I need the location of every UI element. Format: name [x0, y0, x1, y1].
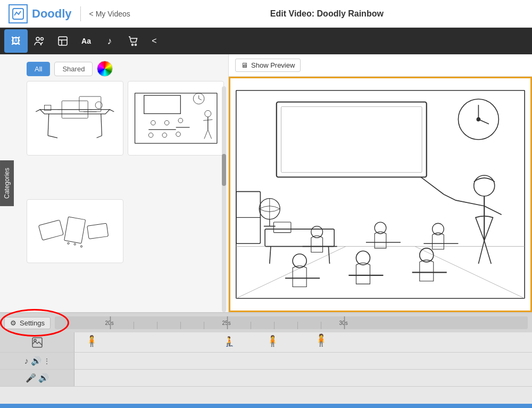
svg-line-71 — [421, 177, 444, 194]
timeline-tracks: 🧍 🧎 🧍 🧍 ♪ 🔊 ⋮ 🎤 🔊 — [0, 332, 532, 396]
microphone-icon: 🎤 — [26, 373, 36, 383]
volume-icon: 🔊 — [31, 356, 41, 366]
svg-rect-61 — [265, 229, 334, 247]
scroll-thumb[interactable] — [222, 154, 226, 186]
monitor-icon: 🖥 — [241, 61, 248, 69]
svg-line-69 — [478, 241, 484, 264]
svg-point-47 — [68, 242, 69, 244]
back-link[interactable]: < My Videos — [89, 10, 130, 18]
list-item[interactable] — [27, 199, 123, 263]
svg-line-11 — [101, 114, 102, 136]
track-music: ♪ 🔊 ⋮ — [0, 353, 532, 370]
track-music-label: ♪ 🔊 ⋮ — [0, 353, 74, 369]
svg-text:20s: 20s — [105, 320, 113, 326]
header: Doodly < My Videos Edit Video: Doodly Ra… — [0, 0, 532, 28]
svg-line-31 — [204, 129, 207, 138]
voice-volume-icon: 🔊 — [38, 373, 49, 383]
show-preview-btn[interactable]: 🖥 Show Preview — [235, 59, 301, 72]
svg-line-68 — [484, 206, 502, 215]
svg-rect-24 — [144, 95, 180, 113]
timeline-header: → ⚙ Settings 20s 25s 30s — [0, 313, 532, 332]
bottom-bar — [0, 404, 532, 408]
logo-area: Doodly — [9, 4, 72, 23]
preview-toolbar: 🖥 Show Preview — [229, 54, 532, 77]
svg-line-10 — [48, 114, 49, 136]
left-panel: Categories All Shared — [0, 54, 229, 312]
list-item[interactable] — [27, 81, 123, 156]
logo-icon — [9, 4, 28, 23]
svg-point-35 — [178, 118, 183, 123]
svg-point-1 — [36, 37, 39, 40]
toolbar-collapse-btn[interactable]: < — [147, 29, 162, 53]
svg-text:25s: 25s — [222, 320, 230, 326]
svg-rect-64 — [273, 222, 291, 233]
header-divider — [80, 6, 81, 21]
track-images-label — [0, 332, 74, 352]
toolbar-text-btn[interactable]: Aa — [74, 29, 98, 53]
track-voice-content[interactable] — [74, 370, 532, 386]
categories-tab[interactable]: Categories — [0, 160, 14, 206]
svg-point-40 — [162, 133, 167, 137]
timeline-figure: 🧎 — [223, 336, 235, 347]
svg-line-32 — [207, 129, 211, 138]
svg-point-34 — [164, 120, 169, 125]
svg-point-45 — [74, 243, 76, 245]
svg-point-65 — [474, 175, 495, 196]
svg-rect-42 — [38, 220, 63, 240]
svg-rect-55 — [277, 102, 427, 177]
timeline-ruler[interactable]: 20s 25s 30s — [55, 316, 528, 329]
logo-text: Doodly — [32, 7, 72, 21]
canvas-area[interactable] — [229, 77, 532, 312]
image-grid — [0, 81, 228, 307]
track-images: 🧍 🧎 🧍 🧍 — [0, 332, 532, 353]
track-images-content[interactable]: 🧍 🧎 🧍 🧍 — [74, 332, 532, 352]
page-title: Edit Video: Doodly Rainbow — [130, 9, 523, 19]
svg-line-63 — [328, 247, 329, 264]
scroll-bar[interactable] — [222, 86, 226, 312]
list-item[interactable] — [128, 81, 225, 156]
svg-line-67 — [444, 194, 455, 200]
toolbar-props-btn[interactable] — [51, 29, 74, 53]
timeline-figure: 🧍 — [266, 334, 279, 347]
svg-line-9 — [110, 110, 114, 112]
settings-button[interactable]: ⚙ Settings — [4, 317, 51, 329]
timeline-area: → ⚙ Settings 20s 25s 30s — [0, 312, 532, 408]
svg-point-41 — [176, 132, 180, 137]
toolbar-music-btn[interactable]: ♪ — [98, 29, 121, 53]
svg-line-27 — [198, 99, 201, 100]
svg-point-28 — [204, 110, 211, 117]
svg-point-39 — [148, 133, 153, 137]
svg-rect-44 — [87, 223, 109, 239]
svg-point-2 — [41, 38, 44, 40]
svg-point-19 — [95, 102, 102, 109]
toolbar-ecommerce-btn[interactable] — [121, 29, 145, 53]
svg-line-62 — [270, 247, 271, 264]
music-options-btn[interactable]: ⋮ — [44, 357, 50, 365]
track-voice: 🎤 🔊 — [0, 370, 532, 387]
filter-shared-btn[interactable]: Shared — [54, 62, 93, 76]
svg-point-46 — [80, 246, 82, 247]
svg-line-60 — [478, 119, 489, 124]
svg-text:30s: 30s — [339, 320, 347, 326]
track-music-content[interactable] — [74, 353, 532, 369]
timeline-figure: 🧍 — [314, 333, 328, 347]
svg-point-6 — [132, 44, 134, 46]
preview-area: 🖥 Show Preview — [229, 54, 532, 312]
svg-line-12 — [48, 136, 57, 138]
svg-point-7 — [135, 44, 137, 46]
color-picker-btn[interactable] — [97, 61, 113, 77]
toolbar-characters-btn[interactable] — [28, 29, 51, 53]
track-voice-label: 🎤 🔊 — [0, 370, 74, 386]
music-note-icon: ♪ — [24, 356, 29, 366]
toolbar: 🖼 Aa ♪ < — [0, 28, 532, 54]
timeline-figure: 🧍 — [85, 334, 98, 347]
svg-rect-56 — [281, 107, 422, 173]
svg-line-66 — [455, 200, 484, 206]
svg-rect-43 — [64, 217, 86, 243]
svg-line-70 — [484, 241, 491, 264]
svg-line-8 — [36, 110, 40, 112]
toolbar-images-btn[interactable]: 🖼 — [4, 29, 28, 53]
svg-rect-3 — [59, 37, 67, 45]
filter-all-btn[interactable]: All — [27, 62, 50, 76]
main-area: Categories All Shared — [0, 54, 532, 312]
